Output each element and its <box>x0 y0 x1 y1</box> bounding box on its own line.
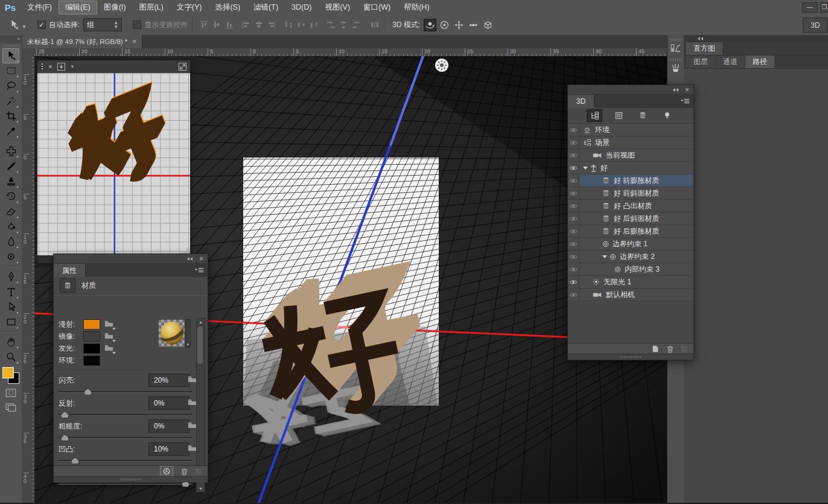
panel-drag-grip[interactable] <box>568 354 693 360</box>
slider-value[interactable]: 10% <box>148 442 189 456</box>
3d-tree-row[interactable]: 场景 <box>568 136 693 149</box>
3d-tree-row[interactable]: 好 <box>568 162 693 174</box>
scene-tree-filter-icon[interactable] <box>587 109 602 122</box>
hand-tool[interactable] <box>2 334 19 349</box>
histogram-panel-button[interactable] <box>669 39 683 53</box>
visibility-toggle[interactable] <box>568 289 579 301</box>
align-left-edges-icon[interactable] <box>241 19 252 30</box>
distribute-bottom-edges-icon[interactable] <box>308 19 319 30</box>
3d-tree-row[interactable]: 好 凸出材质 <box>568 200 693 212</box>
collapse-tools-icon[interactable]: » <box>0 35 22 43</box>
visibility-toggle[interactable] <box>568 136 579 148</box>
lights-filter-icon[interactable] <box>659 109 675 122</box>
light-widget[interactable] <box>435 59 448 72</box>
type-tool[interactable] <box>2 284 19 299</box>
texture-folder-icon[interactable] <box>188 421 197 430</box>
restore-button[interactable]: ❐ <box>820 2 828 13</box>
paint-bucket-tool[interactable] <box>2 219 19 234</box>
expand-view-icon[interactable] <box>179 63 186 71</box>
slider-value[interactable]: 0% <box>148 397 189 410</box>
3d-tree-row[interactable]: 边界约束 1 <box>568 238 693 250</box>
texture-folder-icon[interactable] <box>104 344 113 353</box>
material-preview[interactable]: ▼ <box>158 319 191 347</box>
tool-preset-arrow-icon[interactable]: ▼ <box>22 24 27 30</box>
pen-tool[interactable] <box>2 269 19 284</box>
brush-tool[interactable] <box>2 159 19 174</box>
crop-tool[interactable] <box>2 109 19 124</box>
close-tab-icon[interactable]: × <box>132 37 136 46</box>
visibility-toggle[interactable] <box>568 149 579 161</box>
menu-item-5[interactable]: 选择(S) <box>208 1 247 14</box>
scale-3d-icon[interactable] <box>482 19 494 31</box>
delete-icon[interactable] <box>666 345 674 353</box>
tab-properties[interactable]: 属性 <box>54 264 86 277</box>
slider-track[interactable] <box>59 389 193 395</box>
ruler-origin-box[interactable] <box>22 48 35 57</box>
texture-folder-icon[interactable] <box>188 375 197 384</box>
brush-presets-panel-button[interactable] <box>669 59 683 72</box>
color-swatch[interactable] <box>83 319 100 330</box>
quick-mask-icon[interactable] <box>5 389 16 397</box>
distribute-right-edges-icon[interactable] <box>351 19 361 30</box>
menu-item-3[interactable]: 图层(L) <box>132 1 170 14</box>
auto-select-dropdown[interactable]: 组 ▲▼ <box>83 18 122 31</box>
slider-track[interactable] <box>59 412 193 418</box>
eyedropper-tool[interactable] <box>2 124 19 139</box>
blur-tool[interactable] <box>2 234 19 249</box>
tab-3d[interactable]: 3D <box>568 95 594 108</box>
view-menu-icon[interactable] <box>41 63 43 71</box>
visibility-toggle[interactable] <box>568 225 579 237</box>
material-picker-icon[interactable] <box>160 466 173 477</box>
visibility-toggle[interactable] <box>568 276 579 288</box>
close-panel-icon[interactable]: × <box>685 86 689 94</box>
screen-mode-icon[interactable] <box>5 403 16 412</box>
color-swatch[interactable] <box>83 356 100 366</box>
history-brush-tool[interactable] <box>2 189 19 204</box>
visibility-toggle[interactable] <box>568 250 579 263</box>
align-right-edges-icon[interactable] <box>266 19 277 30</box>
distribute-horizontal-centers-icon[interactable] <box>338 19 349 30</box>
visibility-toggle[interactable] <box>568 212 579 225</box>
expander-icon[interactable] <box>583 167 588 170</box>
tab-图层[interactable]: 图层 <box>686 56 715 68</box>
rotate-3d-icon[interactable] <box>424 19 436 31</box>
rectangular-marquee-tool[interactable] <box>2 63 19 78</box>
secondary-view-viewport[interactable] <box>37 73 190 255</box>
menu-item-7[interactable]: 3D(D) <box>285 1 318 13</box>
properties-titlebar[interactable]: × <box>54 254 208 264</box>
align-bottom-edges-icon[interactable] <box>224 19 235 30</box>
texture-folder-icon[interactable] <box>188 444 197 453</box>
3d-tree-row[interactable]: 边界约束 2 <box>568 250 693 263</box>
menu-item-0[interactable]: 文件(F) <box>21 1 59 14</box>
resize-grip[interactable] <box>681 346 687 352</box>
eraser-tool[interactable] <box>2 204 19 219</box>
materials-filter-icon[interactable] <box>635 109 651 122</box>
expander-icon[interactable] <box>602 255 607 258</box>
dodge-tool[interactable] <box>2 249 19 264</box>
texture-folder-icon[interactable] <box>104 332 113 341</box>
3d-tree-row[interactable]: 环境 <box>568 124 693 136</box>
menu-item-1[interactable]: 编辑(E) <box>59 1 97 14</box>
visibility-toggle[interactable] <box>568 200 579 212</box>
tools-grip[interactable] <box>4 45 18 47</box>
slider-track[interactable] <box>59 458 193 464</box>
show-transform-checkbox[interactable]: ✓ <box>133 21 141 29</box>
vertical-ruler[interactable]: 1050510152025303540 <box>22 56 35 504</box>
visibility-toggle[interactable] <box>568 162 579 174</box>
secondary-3d-view[interactable]: × ▼ <box>37 60 190 263</box>
roll-3d-icon[interactable] <box>438 19 451 31</box>
align-vertical-centers-icon[interactable] <box>211 19 222 30</box>
document-tab[interactable]: 未标题-1 @ 49.7% (好, RGB/8) * × <box>22 35 142 48</box>
panel-drag-grip[interactable] <box>54 476 208 482</box>
3d-tree-row[interactable]: 内部约束 3 <box>568 263 693 276</box>
new-item-icon[interactable] <box>652 345 659 352</box>
collapse-icon[interactable] <box>672 88 679 92</box>
tab-通道[interactable]: 通道 <box>716 56 745 68</box>
close-panel-icon[interactable]: × <box>199 255 203 263</box>
color-swatch[interactable] <box>83 331 100 342</box>
3d-tree-row[interactable]: 好 后斜面材质 <box>568 212 693 225</box>
panel-menu-icon[interactable] <box>681 98 690 104</box>
align-horizontal-centers-icon[interactable] <box>253 19 264 30</box>
path-select-tool[interactable] <box>2 299 19 314</box>
magic-wand-tool[interactable] <box>2 94 19 109</box>
